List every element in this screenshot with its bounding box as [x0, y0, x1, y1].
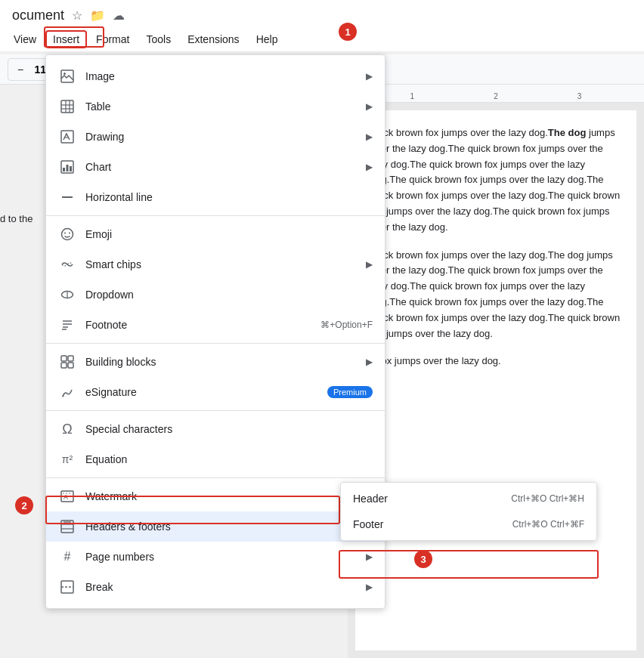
folder-icon[interactable]: 📁 [90, 8, 105, 23]
doc-paragraph-footer: n fox jumps over the lazy dog. [370, 354, 621, 369]
menu-view[interactable]: View [6, 30, 44, 48]
insert-break-row[interactable]: Break ▶ [46, 572, 385, 602]
insert-break-label: Break [85, 581, 360, 593]
annotation-2: 2 [15, 496, 33, 514]
svg-text:A: A [63, 493, 68, 501]
svg-rect-12 [70, 166, 72, 171]
insert-hline-row[interactable]: Horizontal line [46, 182, 385, 212]
annotation-3: 3 [414, 550, 432, 568]
page-content: quick brown fox jumps over the lazy dog.… [355, 110, 636, 650]
watermark-icon: A [58, 487, 76, 505]
ruler-mark-3: 3 [577, 92, 582, 100]
svg-rect-25 [61, 363, 67, 368]
insert-dropdown-label: Dropdown [85, 289, 373, 301]
svg-rect-26 [68, 363, 73, 368]
insert-image-row[interactable]: Image ▶ [46, 61, 385, 91]
font-size-decrease[interactable]: − [11, 60, 29, 79]
insert-equation-row[interactable]: π² Equation [46, 444, 385, 474]
equation-icon: π² [58, 450, 76, 468]
cloud-icon[interactable]: ☁ [113, 8, 125, 23]
insert-headers-label: Headers & footers [85, 521, 360, 533]
insert-pagenumbers-label: Page numbers [85, 551, 360, 563]
insert-smartchips-arrow: ▶ [366, 259, 373, 270]
insert-drawing-arrow: ▶ [366, 131, 373, 142]
insert-chart-arrow: ▶ [366, 162, 373, 172]
menu-format[interactable]: Format [88, 30, 137, 48]
hline-icon [58, 188, 76, 206]
svg-rect-11 [67, 165, 69, 171]
insert-dropdown-row[interactable]: Dropdown [46, 280, 385, 310]
ruler-mark-2: 2 [494, 92, 498, 100]
break-icon [58, 578, 76, 596]
insert-image-label: Image [85, 70, 360, 82]
submenu-footer-label: Footer [353, 518, 512, 530]
submenu-header-row[interactable]: Header Ctrl+⌘O Ctrl+⌘H [341, 486, 596, 511]
image-icon [58, 67, 76, 85]
menu-help[interactable]: Help [249, 30, 286, 48]
insert-drawing-row[interactable]: Drawing ▶ [46, 122, 385, 152]
emoji-icon [58, 225, 76, 243]
insert-watermark-label: Watermark [85, 490, 373, 502]
insert-blocks-label: Building blocks [85, 356, 360, 368]
insert-specialchars-label: Special characters [85, 423, 373, 435]
insert-break-arrow: ▶ [366, 582, 373, 592]
doc-paragraph-2: quick brown fox jumps over the lazy dog.… [370, 248, 621, 342]
insert-drawing-label: Drawing [85, 131, 360, 143]
left-panel-hint: d to the [0, 212, 45, 227]
insert-table-label: Table [85, 100, 360, 113]
insert-chart-row[interactable]: Chart ▶ [46, 152, 385, 182]
menu-insert[interactable]: Insert [45, 30, 87, 48]
insert-specialchars-row[interactable]: Ω Special characters [46, 414, 385, 444]
insert-menu-section-5: A Watermark Headers & footers ▶ # Page n… [46, 478, 385, 605]
submenu-footer-row[interactable]: Footer Ctrl+⌘O Ctrl+⌘F [341, 511, 596, 537]
submenu-header-shortcut: Ctrl+⌘O Ctrl+⌘H [511, 493, 584, 504]
svg-point-16 [69, 233, 70, 234]
star-icon[interactable]: ☆ [72, 8, 82, 23]
insert-headers-row[interactable]: Headers & footers ▶ [46, 511, 385, 542]
svg-rect-10 [63, 168, 65, 171]
premium-badge: Premium [327, 386, 373, 398]
menu-extensions[interactable]: Extensions [180, 30, 246, 48]
insert-watermark-row[interactable]: A Watermark [46, 481, 385, 511]
insert-image-arrow: ▶ [366, 71, 373, 82]
insert-smartchips-label: Smart chips [85, 258, 360, 270]
insert-footnote-shortcut: ⌘+Option+F [320, 320, 373, 330]
ruler-marks: 1 2 3 [348, 92, 644, 100]
insert-table-row[interactable]: Table ▶ [46, 91, 385, 122]
blocks-icon [58, 353, 76, 371]
svg-rect-2 [61, 100, 73, 113]
annotation-1: 1 [339, 23, 357, 41]
ruler: 1 2 3 [348, 85, 644, 103]
insert-footnote-row[interactable]: Footnote ⌘+Option+F [46, 310, 385, 340]
insert-emoji-row[interactable]: Emoji [46, 219, 385, 249]
insert-hline-label: Horizontal line [85, 191, 373, 203]
insert-menu: Image ▶ Table ▶ [45, 54, 385, 609]
footnote-icon [58, 316, 76, 334]
insert-blocks-arrow: ▶ [366, 357, 373, 367]
smartchips-icon [58, 255, 76, 273]
insert-menu-section-4: Ω Special characters π² Equation [46, 411, 385, 478]
insert-pagenumbers-arrow: ▶ [366, 551, 373, 562]
insert-pagenumbers-row[interactable]: # Page numbers ▶ [46, 542, 385, 572]
title-bar: ocument ☆ 📁 ☁ [0, 0, 644, 30]
svg-point-15 [64, 233, 66, 234]
insert-smartchips-row[interactable]: Smart chips ▶ [46, 249, 385, 280]
insert-emoji-label: Emoji [85, 228, 373, 240]
insert-menu-section-1: Image ▶ Table ▶ [46, 58, 385, 216]
doc-title: ocument [12, 8, 64, 23]
svg-point-1 [63, 73, 66, 75]
insert-esignature-label: eSignature [85, 386, 320, 398]
pagenumbers-icon: # [58, 548, 76, 566]
specialchars-icon: Ω [58, 420, 76, 438]
insert-esignature-row[interactable]: eSignature Premium [46, 377, 385, 407]
chart-icon [58, 158, 76, 176]
esignature-icon [58, 383, 76, 401]
doc-page: quick brown fox jumps over the lazy dog.… [348, 103, 644, 658]
insert-equation-label: Equation [85, 453, 373, 465]
menu-bar: View Insert Format Tools Extensions Help [0, 27, 644, 51]
insert-table-arrow: ▶ [366, 101, 373, 112]
svg-rect-23 [61, 356, 67, 361]
table-icon [58, 97, 76, 116]
insert-blocks-row[interactable]: Building blocks ▶ [46, 347, 385, 377]
menu-tools[interactable]: Tools [138, 30, 178, 48]
